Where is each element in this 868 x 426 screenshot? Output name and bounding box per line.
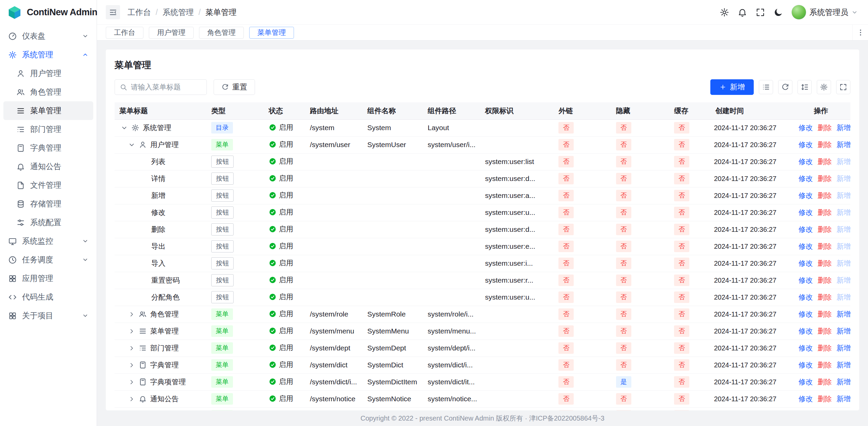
delete-link[interactable]: 删除 [817,141,832,148]
sidebar-item-system-user[interactable]: 用户管理 [3,64,93,83]
delete-link[interactable]: 删除 [817,378,832,386]
sidebar-item-monitor[interactable]: 系统监控 [3,232,93,250]
sidebar-item-about[interactable]: 关于项目 [3,306,93,325]
breadcrumb: 工作台 / 系统管理 / 菜单管理 [127,7,237,18]
sidebar-item-system-file[interactable]: 文件管理 [3,176,93,195]
cell-component-path: system/file/in... [423,407,480,410]
edit-link[interactable]: 修改 [798,310,813,318]
add-link[interactable]: 新增 [836,344,850,352]
sidebar-item-system-role[interactable]: 角色管理 [3,83,93,101]
user-menu[interactable]: 系统管理员 [791,5,858,20]
table-fullscreen-button[interactable] [836,80,850,94]
delete-link[interactable]: 删除 [817,310,832,318]
avatar[interactable] [791,5,806,20]
edit-link[interactable]: 修改 [798,276,813,284]
column-settings-button[interactable] [817,80,831,94]
sidebar-item-appmgmt[interactable]: 应用管理 [3,269,93,288]
expand-down-icon[interactable] [121,124,128,131]
row-height-button[interactable] [797,80,812,94]
column-header: 外链 [554,102,611,119]
settings-icon[interactable] [719,7,729,17]
add-link[interactable]: 新增 [836,310,850,318]
search-input[interactable] [131,83,202,91]
edit-link[interactable]: 修改 [798,225,813,233]
notification-icon[interactable] [737,7,747,17]
edit-link[interactable]: 修改 [798,293,813,301]
delete-link[interactable]: 删除 [817,259,832,267]
delete-link[interactable]: 删除 [817,361,832,369]
sidebar-item-system-dept[interactable]: 部门管理 [3,120,93,139]
sidebar-item-system-notice[interactable]: 通知公告 [3,157,93,176]
expand-right-icon[interactable] [128,379,135,386]
edit-link[interactable]: 修改 [798,141,813,148]
expand-right-icon[interactable] [128,395,135,403]
add-link[interactable]: 新增 [836,327,850,335]
cell-component-path [423,238,480,255]
add-link[interactable]: 新增 [836,361,850,369]
edit-link[interactable]: 修改 [798,259,813,267]
dashboard-icon [8,32,17,41]
delete-link[interactable]: 删除 [817,293,832,301]
app-logo[interactable]: ContiNew Admin [0,0,97,25]
sidebar-item-system-dict[interactable]: 字典管理 [3,139,93,157]
sidebar-collapse-button[interactable] [106,5,120,19]
fullscreen-icon[interactable] [755,7,765,17]
sidebar-item-dashboard[interactable]: 仪表盘 [3,27,93,45]
sidebar-item-schedule[interactable]: 任务调度 [3,250,93,269]
sidebar-item-codegen[interactable]: 代码生成 [3,288,93,306]
sidebar-item-system-menu[interactable]: 菜单管理 [3,101,93,120]
edit-link[interactable]: 修改 [798,208,813,216]
add-button[interactable]: 新增 [710,79,754,95]
add-link[interactable]: 新增 [836,124,850,131]
sidebar-item-system-storage[interactable]: 存储管理 [3,195,93,213]
cell-permission [480,119,554,136]
delete-link[interactable]: 删除 [817,276,832,284]
expand-right-icon[interactable] [128,345,135,352]
expand-right-icon[interactable] [128,311,135,318]
delete-link[interactable]: 删除 [817,191,832,199]
edit-link[interactable]: 修改 [798,158,813,165]
breadcrumb-item[interactable]: 系统管理 [162,7,194,18]
edit-link[interactable]: 修改 [798,242,813,250]
tab-role-mgmt[interactable]: 角色管理 [199,27,244,39]
delete-link[interactable]: 删除 [817,124,832,131]
theme-moon-icon[interactable] [773,7,783,17]
edit-link[interactable]: 修改 [798,124,813,131]
expand-right-icon[interactable] [128,328,135,335]
delete-link[interactable]: 删除 [817,242,832,250]
status-check-icon [269,378,276,385]
add-link[interactable]: 新增 [836,141,850,148]
delete-link[interactable]: 删除 [817,395,832,403]
delete-link[interactable]: 删除 [817,327,832,335]
delete-link[interactable]: 删除 [817,175,832,182]
edit-link[interactable]: 修改 [798,175,813,182]
add-link[interactable]: 新增 [836,395,850,403]
cell-permission: system:user:e... [480,238,554,255]
delete-link[interactable]: 删除 [817,225,832,233]
view-toggle-button[interactable] [759,80,773,94]
expand-right-icon[interactable] [128,362,135,369]
tab-more-button[interactable] [852,25,868,40]
delete-link[interactable]: 删除 [817,208,832,216]
tab-user-mgmt[interactable]: 用户管理 [149,27,194,39]
tab-workbench[interactable]: 工作台 [106,27,143,39]
delete-link[interactable]: 删除 [817,344,832,352]
reset-button[interactable]: 重置 [214,79,255,95]
edit-link[interactable]: 修改 [798,361,813,369]
edit-link[interactable]: 修改 [798,395,813,403]
add-link: 新增 [836,259,850,267]
sidebar-item-system-config[interactable]: 系统配置 [3,213,93,232]
cell-permission: system:user:u... [480,204,554,221]
edit-link[interactable]: 修改 [798,327,813,335]
delete-link[interactable]: 删除 [817,158,832,165]
refresh-button[interactable] [778,80,792,94]
breadcrumb-item[interactable]: 工作台 [127,7,151,18]
edit-link[interactable]: 修改 [798,191,813,199]
sidebar-item-system[interactable]: 系统管理 [3,45,93,64]
chevron-down-icon [82,312,88,319]
expand-down-icon[interactable] [128,141,135,148]
edit-link[interactable]: 修改 [798,378,813,386]
add-link[interactable]: 新增 [836,378,850,386]
tab-menu-mgmt[interactable]: 菜单管理 [249,27,294,39]
edit-link[interactable]: 修改 [798,344,813,352]
